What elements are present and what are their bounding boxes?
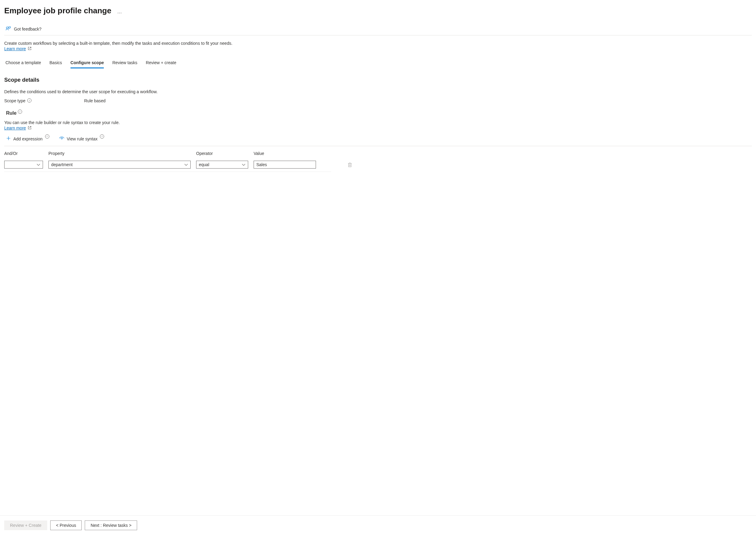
intro-learn-more-link[interactable]: Learn more — [4, 46, 32, 51]
table-row: department equal — [4, 159, 331, 172]
rule-description: You can use the rule builder or rule syn… — [4, 120, 752, 125]
rule-actions: Add expression i View rule syntax i — [4, 135, 752, 146]
info-icon[interactable]: i — [45, 134, 49, 139]
scope-details-heading: Scope details — [4, 77, 752, 83]
rule-header-row: And/Or Property Operator Value — [4, 149, 752, 159]
info-icon[interactable]: i — [27, 99, 32, 102]
info-icon[interactable]: i — [100, 134, 104, 139]
plus-icon — [6, 136, 11, 142]
scope-type-label-text: Scope type — [4, 99, 25, 103]
scope-details-description: Defines the conditions used to determine… — [4, 89, 752, 94]
learn-more-label: Learn more — [4, 46, 26, 51]
col-header-operator: Operator — [196, 151, 248, 156]
rule-heading: Rule i — [6, 110, 752, 116]
feedback-label: Got feedback? — [14, 27, 42, 32]
property-value: department — [51, 162, 72, 167]
rule-heading-text: Rule — [6, 110, 17, 116]
property-select[interactable]: department — [48, 161, 191, 169]
col-header-andor: And/Or — [4, 151, 43, 156]
tab-review-create[interactable]: Review + create — [146, 58, 177, 69]
tab-basics[interactable]: Basics — [50, 58, 62, 69]
more-icon[interactable] — [117, 10, 122, 14]
scope-type-value: Rule based — [84, 99, 106, 103]
chevron-down-icon — [37, 162, 40, 167]
view-syntax-label: View rule syntax — [67, 136, 98, 141]
add-expression-label: Add expression — [13, 136, 43, 141]
tab-review-tasks[interactable]: Review tasks — [112, 58, 137, 69]
andor-select[interactable] — [4, 161, 43, 169]
feedback-icon — [6, 26, 11, 32]
col-header-property: Property — [48, 151, 191, 156]
operator-select[interactable]: equal — [196, 161, 248, 169]
external-link-icon — [28, 46, 32, 51]
tabs: Choose a template Basics Configure scope… — [4, 58, 752, 69]
intro-section: Create custom workflows by selecting a b… — [4, 41, 752, 51]
tab-choose-template[interactable]: Choose a template — [6, 58, 41, 69]
svg-point-3 — [6, 27, 8, 29]
rule-learn-more-link[interactable]: Learn more — [4, 126, 32, 130]
scope-type-row: Scope type i Rule based — [4, 99, 752, 103]
svg-point-0 — [118, 13, 118, 13]
intro-text: Create custom workflows by selecting a b… — [4, 41, 752, 46]
scope-type-label: Scope type i — [4, 99, 84, 103]
page-header: Employee job profile change — [4, 6, 752, 15]
learn-more-label: Learn more — [4, 126, 26, 130]
chevron-down-icon — [184, 162, 188, 167]
feedback-bar[interactable]: Got feedback? — [4, 24, 752, 35]
external-link-icon — [28, 126, 32, 130]
chevron-down-icon — [242, 162, 245, 167]
eye-icon — [59, 136, 65, 141]
info-icon[interactable]: i — [18, 110, 22, 114]
value-input[interactable] — [254, 161, 316, 169]
svg-point-4 — [61, 138, 62, 139]
tab-configure-scope[interactable]: Configure scope — [70, 58, 104, 69]
rule-table: And/Or Property Operator Value — [4, 149, 752, 172]
view-syntax-button[interactable]: View rule syntax i — [57, 135, 106, 143]
col-header-value: Value — [254, 151, 316, 156]
svg-point-1 — [119, 13, 120, 13]
footer: Review + Create < Previous Next : Review… — [0, 515, 756, 517]
operator-value: equal — [199, 162, 209, 167]
trash-icon[interactable] — [348, 163, 352, 168]
add-expression-button[interactable]: Add expression i — [4, 135, 51, 143]
svg-point-2 — [121, 13, 121, 13]
page-title: Employee job profile change — [4, 6, 111, 15]
